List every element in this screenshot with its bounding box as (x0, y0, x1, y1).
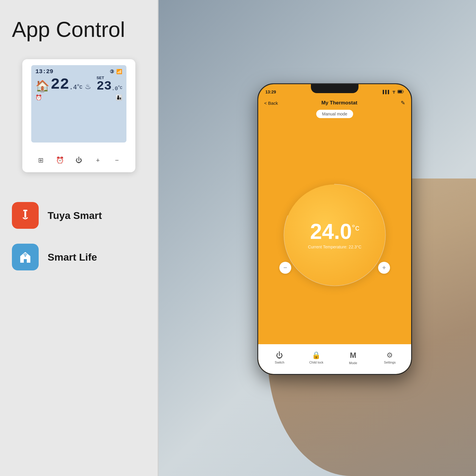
panel-divider (158, 0, 159, 476)
plus-button[interactable]: + (92, 154, 104, 166)
page-title: App Control (12, 18, 125, 41)
svg-rect-6 (398, 90, 402, 93)
clock-icon: ⏰ (35, 94, 42, 101)
wifi-icon: 📶 (116, 69, 122, 75)
minus-button[interactable]: − (111, 154, 123, 166)
svg-rect-5 (403, 91, 404, 92)
nav-switch[interactable]: ⏻ Switch (268, 351, 292, 364)
current-temp-unit: °c (77, 83, 82, 90)
wifi-status-icon (392, 90, 396, 95)
child-lock-label: Child lock (309, 361, 323, 364)
phone-notch (311, 84, 358, 93)
tuya-logo (12, 202, 39, 229)
smartlife-brand-item: Smart Life (12, 244, 102, 270)
child-lock-icon: 🔒 (312, 351, 321, 359)
brand-section: Tuya Smart Smart Life (12, 202, 102, 270)
house-icon: 🏠 (35, 79, 49, 93)
clock-button[interactable]: ⏰ (54, 154, 66, 166)
child-icon: 👨‍👦 (116, 94, 122, 101)
nav-child-lock[interactable]: 🔒 Child lock (304, 351, 328, 364)
set-temp-decimal: .0 (112, 86, 118, 92)
right-panel: 13:29 ▌▌▌ < Back My Thermostat (158, 0, 476, 476)
menu-button[interactable]: ⊞ (35, 154, 47, 166)
mode-label: Mode (349, 361, 357, 365)
set-temp-display: 23 (97, 80, 112, 93)
thermostat-circle-container: 24.0 °c Current Temperature: 22.3°C − + (258, 126, 411, 344)
minus-temp-button[interactable]: − (279, 262, 291, 274)
current-temp-decimal: .4 (69, 84, 77, 91)
switch-icon: ⏻ (276, 351, 283, 359)
switch-label: Switch (275, 361, 284, 364)
nav-mode[interactable]: M Mode (341, 351, 365, 365)
set-temperature-value: 24.0 (310, 221, 352, 242)
smartlife-brand-name: Smart Life (48, 251, 97, 263)
back-button[interactable]: < Back (264, 101, 278, 106)
temp-display: 24.0 °c (310, 221, 359, 242)
set-temp-unit: °c (118, 85, 122, 90)
minus-icon: − (284, 264, 287, 272)
app-header: < Back My Thermostat ✎ (258, 97, 411, 109)
nav-settings[interactable]: ⚙ Settings (378, 351, 402, 364)
temp-unit: °c (352, 224, 359, 232)
left-panel: App Control 13:29 ③ 📶 🏠 22 .4 °c (0, 0, 158, 476)
lcd-time: 13:29 (35, 68, 53, 75)
svg-rect-0 (23, 210, 27, 211)
thermostat-device: 13:29 ③ 📶 🏠 22 .4 °c ♨ SET (22, 59, 135, 172)
status-time: 13:29 (265, 90, 276, 94)
svg-rect-1 (24, 211, 26, 218)
svg-point-2 (25, 256, 26, 257)
thermostat-circle: 24.0 °c Current Temperature: 22.3°C (284, 184, 385, 286)
phone-screen: 13:29 ▌▌▌ < Back My Thermostat (258, 84, 411, 374)
mode-icon: M (350, 351, 356, 360)
heat-icon: ♨ (85, 82, 91, 91)
tuya-brand-name: Tuya Smart (48, 210, 102, 221)
power-button[interactable]: ⏻ (73, 154, 85, 166)
plus-icon: + (382, 264, 386, 272)
current-temp-display: 22 (51, 77, 69, 93)
tuya-brand-item: Tuya Smart (12, 202, 102, 229)
mode-badge[interactable]: Manual mode (316, 110, 353, 118)
period-icon: ③ (110, 69, 114, 75)
phone-container: 13:29 ▌▌▌ < Back My Thermostat (257, 83, 412, 375)
edit-icon[interactable]: ✎ (401, 100, 405, 106)
battery-icon (397, 90, 404, 94)
plus-temp-button[interactable]: + (378, 262, 390, 274)
settings-icon: ⚙ (386, 351, 393, 359)
lcd-icons: ③ 📶 (110, 69, 122, 75)
device-buttons: ⊞ ⏰ ⏻ + − (28, 154, 129, 166)
svg-point-3 (394, 93, 394, 93)
status-icons: ▌▌▌ (383, 90, 404, 95)
phone-mockup: 13:29 ▌▌▌ < Back My Thermostat (257, 83, 412, 375)
bottom-nav: ⏻ Switch 🔒 Child lock M Mode ⚙ Settings (258, 344, 411, 374)
current-temp-label: Current Temperature: 22.3°C (308, 245, 361, 249)
settings-label: Settings (384, 361, 396, 364)
lcd-screen: 13:29 ③ 📶 🏠 22 .4 °c ♨ SET (31, 65, 126, 143)
app-header-title: My Thermostat (321, 100, 357, 106)
smartlife-logo (12, 244, 39, 270)
signal-icon: ▌▌▌ (383, 90, 390, 94)
